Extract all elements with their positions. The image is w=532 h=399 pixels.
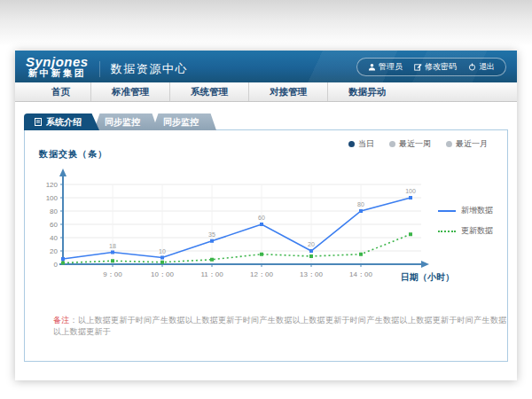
svg-text:100: 100 xyxy=(405,188,416,194)
nav-item-home[interactable]: 首页 xyxy=(31,82,91,101)
svg-text:100: 100 xyxy=(46,194,59,202)
legend-item-update-data[interactable]: 更新数据 xyxy=(438,225,493,237)
svg-text:80: 80 xyxy=(357,201,364,207)
y-axis-title: 数据交换（条） xyxy=(39,148,107,160)
period-label: 最近一周 xyxy=(399,138,431,150)
period-option-last-week[interactable]: 最近一周 xyxy=(389,138,431,150)
svg-text:14：00: 14：00 xyxy=(349,270,372,278)
nav-item-system-mgmt[interactable]: 系统管理 xyxy=(170,82,249,101)
data-point-marker xyxy=(359,209,363,213)
chart-legend: 新增数据 更新数据 xyxy=(438,205,493,246)
edit-icon xyxy=(414,63,422,71)
footnote-text: ：以上数据更新于时间产生数据以上数据更新于时间产生数据以上数据更新于时间产生数据… xyxy=(53,316,507,336)
data-point-marker xyxy=(260,253,263,256)
footnote: 备注：以上数据更新于时间产生数据以上数据更新于时间产生数据以上数据更新于时间产生… xyxy=(53,315,507,338)
svg-text:80: 80 xyxy=(50,207,58,215)
app-window: Synjones 新中新集团 数据资源中心 管理员 修改密码 xyxy=(15,51,517,380)
radio-icon xyxy=(446,141,452,147)
data-point-marker xyxy=(61,257,65,261)
data-point-marker xyxy=(61,262,65,265)
period-label: 最近一月 xyxy=(456,138,488,150)
data-point-marker xyxy=(111,259,114,262)
legend-item-new-data[interactable]: 新增数据 xyxy=(438,205,493,216)
app-header: Synjones 新中新集团 数据资源中心 管理员 修改密码 xyxy=(15,51,517,82)
data-point-marker xyxy=(409,232,412,236)
period-label: 当日 xyxy=(358,138,374,150)
svg-text:0: 0 xyxy=(54,261,59,269)
svg-text:10: 10 xyxy=(159,248,166,254)
tab-bar: 系统介绍 同步监控 同步监控 xyxy=(24,113,517,130)
user-label: 管理员 xyxy=(379,61,403,73)
tab-label: 同步监控 xyxy=(105,113,140,130)
svg-text:20: 20 xyxy=(50,247,58,255)
x-axis-title: 日期（小时） xyxy=(401,271,454,284)
logout-button[interactable]: 退出 xyxy=(468,61,495,73)
data-point-marker xyxy=(210,239,214,243)
user-menu[interactable]: 管理员 xyxy=(368,61,403,73)
chart-panel: 当日 最近一周 最近一月 数据交换（条） 0204060801001209：00… xyxy=(24,129,508,362)
tab-label: 系统介绍 xyxy=(46,113,82,130)
legend-line-sample xyxy=(438,210,456,212)
data-point-marker xyxy=(160,256,164,260)
tab-label: 同步监控 xyxy=(163,113,199,130)
svg-text:35: 35 xyxy=(208,231,215,238)
nav-item-standard-mgmt[interactable]: 标准管理 xyxy=(91,82,170,101)
radio-icon xyxy=(348,141,355,147)
logout-label: 退出 xyxy=(479,61,495,73)
tab-sync-monitor-2[interactable]: 同步监控 xyxy=(153,113,216,130)
svg-text:11：00: 11：00 xyxy=(200,270,223,278)
data-point-marker xyxy=(260,223,263,226)
data-point-marker xyxy=(309,249,313,253)
data-point-marker xyxy=(359,253,363,256)
svg-text:10：00: 10：00 xyxy=(151,270,174,278)
svg-text:9：00: 9：00 xyxy=(103,270,122,278)
legend-label: 新增数据 xyxy=(461,205,493,216)
user-icon xyxy=(368,63,376,71)
change-password-label: 修改密码 xyxy=(425,61,457,73)
svg-text:20: 20 xyxy=(308,241,315,247)
line-chart: 0204060801001209：0010：0011：0012：0013：001… xyxy=(37,164,445,288)
footnote-label: 备注 xyxy=(53,316,70,325)
svg-text:60: 60 xyxy=(50,221,58,229)
company-logo: Synjones 新中新集团 xyxy=(26,55,89,79)
svg-text:12：00: 12：00 xyxy=(250,270,273,278)
svg-text:18: 18 xyxy=(109,243,116,249)
svg-text:120: 120 xyxy=(46,181,59,189)
user-toolbar: 管理员 修改密码 退出 xyxy=(356,58,506,76)
legend-line-sample xyxy=(438,231,456,232)
logo-brand-text: Synjones xyxy=(26,55,89,69)
period-option-last-month[interactable]: 最近一月 xyxy=(446,138,488,150)
nav-item-integration-mgmt[interactable]: 对接管理 xyxy=(249,82,328,101)
period-option-today[interactable]: 当日 xyxy=(348,138,374,150)
data-point-marker xyxy=(309,254,313,258)
data-point-marker xyxy=(210,258,214,262)
page: Synjones 新中新集团 数据资源中心 管理员 修改密码 xyxy=(0,0,532,399)
svg-text:60: 60 xyxy=(258,215,265,221)
power-icon xyxy=(468,63,476,71)
nav-item-data-change[interactable]: 数据异动 xyxy=(328,82,406,101)
app-title: 数据资源中心 xyxy=(99,61,188,77)
main-nav: 首页 标准管理 系统管理 对接管理 数据异动 xyxy=(15,82,517,102)
logo-company-name: 新中新集团 xyxy=(26,68,89,78)
change-password-button[interactable]: 修改密码 xyxy=(414,61,457,73)
legend-label: 更新数据 xyxy=(461,225,493,237)
data-point-marker xyxy=(160,261,164,264)
svg-text:40: 40 xyxy=(50,234,58,242)
tab-system-intro[interactable]: 系统介绍 xyxy=(24,113,99,130)
page-background-strip xyxy=(0,0,532,46)
document-icon xyxy=(35,118,42,126)
svg-text:13：00: 13：00 xyxy=(300,270,323,278)
radio-icon xyxy=(389,141,395,147)
data-point-marker xyxy=(409,196,412,200)
tab-sync-monitor-1[interactable]: 同步监控 xyxy=(94,113,158,130)
data-point-marker xyxy=(111,251,114,254)
period-radio-group: 当日 最近一周 最近一月 xyxy=(348,138,488,150)
